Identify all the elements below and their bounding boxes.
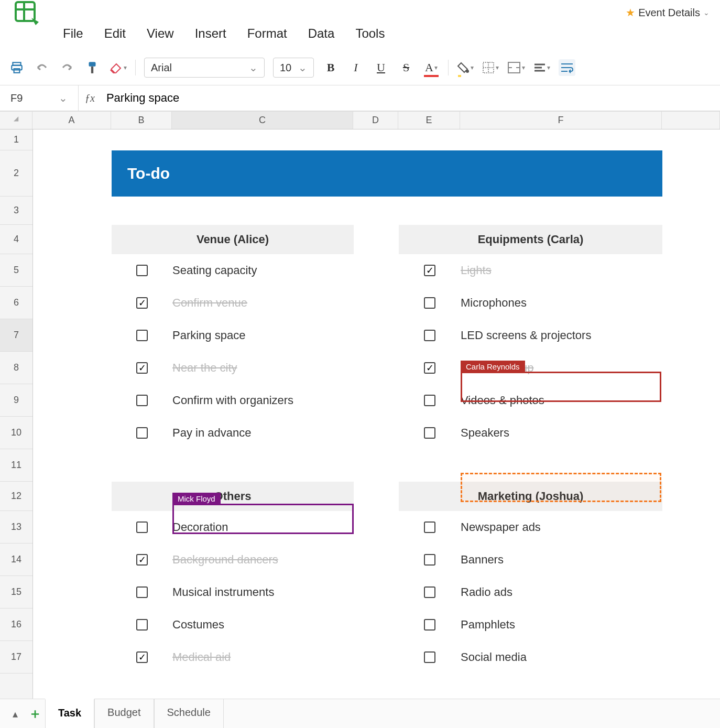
print-button[interactable] bbox=[8, 59, 25, 76]
menu-file[interactable]: File bbox=[63, 26, 83, 41]
checkbox[interactable] bbox=[136, 297, 148, 309]
checkbox[interactable] bbox=[424, 297, 435, 309]
task-cell[interactable]: LED screens & projectors bbox=[461, 319, 662, 352]
document-title[interactable]: ★ Event Details ⌄ bbox=[626, 6, 710, 19]
checkbox-cell[interactable] bbox=[112, 576, 172, 609]
cell[interactable] bbox=[33, 129, 112, 150]
cell[interactable] bbox=[354, 609, 399, 641]
cell[interactable] bbox=[354, 576, 399, 609]
task-cell[interactable]: Videos & photos bbox=[461, 384, 662, 417]
cell[interactable] bbox=[354, 319, 399, 352]
checkbox-cell[interactable] bbox=[399, 384, 461, 417]
checkbox-cell[interactable] bbox=[112, 287, 172, 319]
checkbox[interactable] bbox=[424, 586, 435, 598]
checkbox[interactable] bbox=[136, 395, 148, 406]
cell[interactable] bbox=[172, 129, 354, 150]
cell[interactable] bbox=[33, 150, 112, 197]
select-all-corner[interactable]: ◢ bbox=[0, 112, 32, 129]
row-header[interactable]: 17 bbox=[0, 641, 32, 673]
wrap-text-button[interactable] bbox=[559, 59, 575, 76]
checkbox[interactable] bbox=[136, 427, 148, 439]
task-cell[interactable]: Confirm with organizers bbox=[172, 384, 354, 417]
row-header[interactable]: 10 bbox=[0, 417, 32, 449]
cell[interactable] bbox=[662, 129, 720, 150]
cell[interactable] bbox=[461, 449, 662, 482]
fill-color-button[interactable]: ▾ bbox=[457, 59, 474, 76]
row-header[interactable]: 13 bbox=[0, 511, 32, 544]
cell[interactable] bbox=[354, 129, 399, 150]
row-header[interactable]: 15 bbox=[0, 576, 32, 609]
row-header[interactable]: 11 bbox=[0, 449, 32, 482]
checkbox[interactable] bbox=[424, 427, 435, 439]
cell[interactable] bbox=[354, 417, 399, 449]
cell[interactable] bbox=[354, 449, 399, 482]
col-header[interactable]: B bbox=[111, 112, 172, 129]
cell[interactable] bbox=[33, 641, 112, 673]
col-header[interactable]: D bbox=[353, 112, 398, 129]
checkbox-cell[interactable] bbox=[112, 319, 172, 352]
checkbox[interactable] bbox=[424, 265, 435, 276]
row-header[interactable]: 1 bbox=[0, 129, 32, 150]
sheet-tab-budget[interactable]: Budget bbox=[94, 699, 154, 728]
cell[interactable] bbox=[33, 287, 112, 319]
checkbox-cell[interactable] bbox=[112, 511, 172, 544]
row-header[interactable]: 5 bbox=[0, 254, 32, 287]
font-family-select[interactable]: Arial ⌄ bbox=[144, 58, 265, 78]
cell[interactable] bbox=[33, 511, 112, 544]
checkbox[interactable] bbox=[136, 362, 148, 374]
checkbox-cell[interactable] bbox=[399, 544, 461, 576]
menu-format[interactable]: Format bbox=[247, 26, 287, 41]
row-header[interactable]: 9 bbox=[0, 384, 32, 417]
checkbox[interactable] bbox=[424, 554, 435, 566]
cell[interactable] bbox=[662, 576, 720, 609]
checkbox[interactable] bbox=[424, 362, 435, 374]
cell[interactable] bbox=[33, 254, 112, 287]
checkbox-cell[interactable] bbox=[112, 384, 172, 417]
task-cell[interactable]: Microphones bbox=[461, 287, 662, 319]
bold-button[interactable]: B bbox=[322, 59, 339, 76]
app-logo[interactable] bbox=[10, 0, 42, 28]
borders-button[interactable]: ▾ bbox=[482, 59, 499, 76]
cell[interactable] bbox=[33, 384, 112, 417]
cell[interactable] bbox=[662, 544, 720, 576]
cell[interactable] bbox=[354, 384, 399, 417]
task-cell[interactable]: Seating capacity bbox=[172, 254, 354, 287]
cell[interactable] bbox=[172, 197, 354, 225]
cell[interactable] bbox=[33, 197, 112, 225]
sheet-nav-button[interactable]: ▴ bbox=[5, 708, 25, 720]
task-cell[interactable]: Background dancers bbox=[172, 544, 354, 576]
checkbox-cell[interactable] bbox=[112, 254, 172, 287]
checkbox-cell[interactable] bbox=[112, 544, 172, 576]
cell-reference-box[interactable]: F9 ⌄ bbox=[0, 85, 79, 111]
checkbox[interactable] bbox=[136, 651, 148, 663]
checkbox[interactable] bbox=[136, 265, 148, 276]
checkbox-cell[interactable] bbox=[399, 352, 461, 384]
cell[interactable] bbox=[662, 197, 720, 225]
col-header[interactable]: F bbox=[460, 112, 662, 129]
row-header[interactable]: 16 bbox=[0, 609, 32, 641]
task-cell[interactable]: Power backup bbox=[461, 352, 662, 384]
cell[interactable] bbox=[662, 384, 720, 417]
task-cell[interactable]: Radio ads bbox=[461, 576, 662, 609]
cell[interactable] bbox=[662, 449, 720, 482]
cell[interactable] bbox=[354, 482, 399, 511]
task-cell[interactable]: Parking space bbox=[172, 319, 354, 352]
cell[interactable] bbox=[662, 150, 720, 197]
task-cell[interactable]: Confirm venue bbox=[172, 287, 354, 319]
merge-cells-button[interactable]: ▾ bbox=[507, 59, 525, 76]
checkbox-cell[interactable] bbox=[399, 511, 461, 544]
format-painter-button[interactable] bbox=[84, 59, 101, 76]
sheet-tab-schedule[interactable]: Schedule bbox=[154, 699, 224, 728]
row-header[interactable]: 12 bbox=[0, 482, 32, 511]
menu-insert[interactable]: Insert bbox=[195, 26, 226, 41]
cell[interactable] bbox=[33, 482, 112, 511]
task-cell[interactable]: Newspaper ads bbox=[461, 511, 662, 544]
cell[interactable] bbox=[112, 197, 172, 225]
cell[interactable] bbox=[461, 129, 662, 150]
cell[interactable] bbox=[33, 417, 112, 449]
cell[interactable] bbox=[662, 511, 720, 544]
task-cell[interactable]: Lights bbox=[461, 254, 662, 287]
checkbox[interactable] bbox=[424, 395, 435, 406]
row-header[interactable]: 8 bbox=[0, 352, 32, 384]
checkbox[interactable] bbox=[136, 330, 148, 341]
